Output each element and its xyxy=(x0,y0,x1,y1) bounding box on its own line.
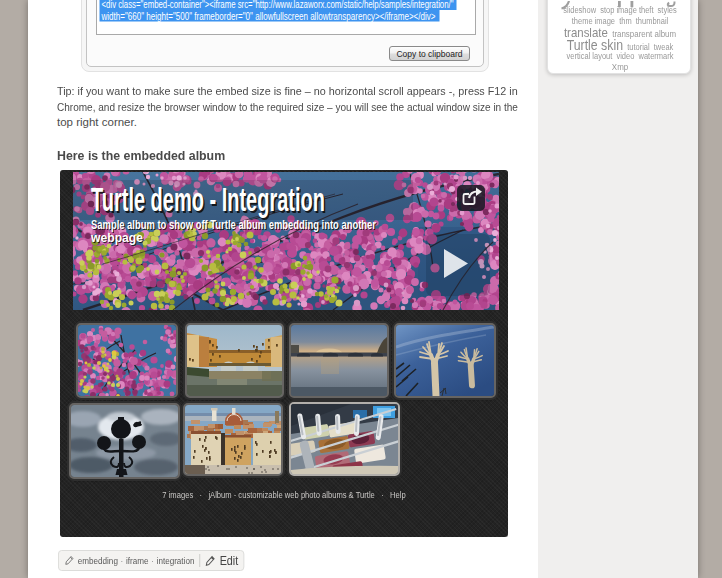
svg-text:webpage: webpage xyxy=(90,231,143,245)
svg-text:Sample album to show off Turtl: Sample album to show off Turtle album em… xyxy=(91,218,376,232)
svg-text:Turtle demo - Integration: Turtle demo - Integration xyxy=(91,181,325,218)
svg-text:<div class="embed-container"><: <div class="embed-container"><iframe src… xyxy=(102,0,454,10)
svg-text:width="660" height="500" frame: width="660" height="500" frameborder="0"… xyxy=(101,11,436,22)
